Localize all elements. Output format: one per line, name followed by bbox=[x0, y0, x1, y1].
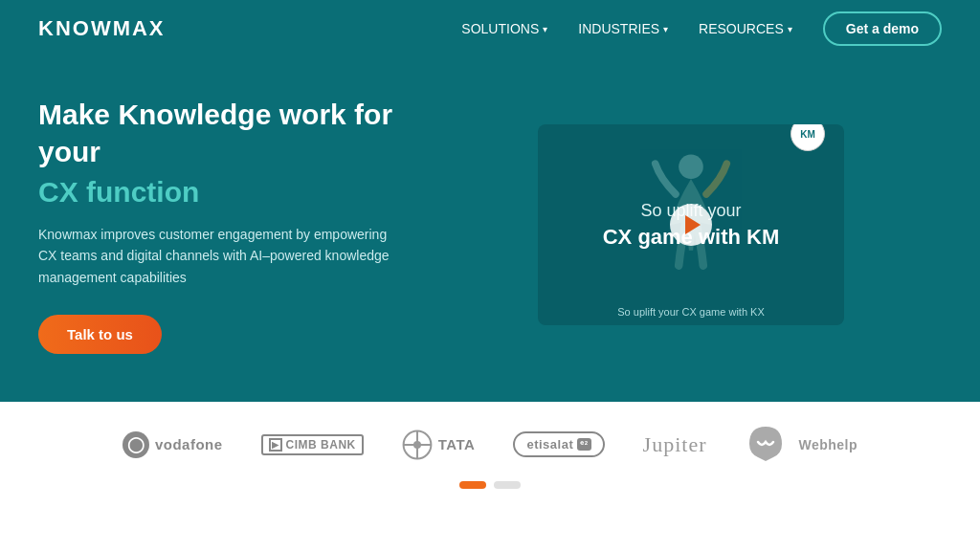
webhelp-label: Webhelp bbox=[798, 437, 858, 452]
video-panel[interactable]: KM So uplift your CX game with KM bbox=[538, 124, 844, 325]
hero-title: Make Knowledge work for your bbox=[38, 96, 440, 170]
nav-links: SOLUTIONS ▾ INDUSTRIES ▾ RESOURCES ▾ Get… bbox=[461, 11, 942, 46]
webhelp-icon bbox=[745, 425, 787, 461]
carousel-dot-1[interactable] bbox=[459, 481, 486, 489]
carousel-dot-2[interactable] bbox=[494, 481, 521, 489]
vodafone-icon: ◯ bbox=[122, 431, 149, 458]
nav-industries[interactable]: INDUSTRIES ▾ bbox=[578, 21, 668, 36]
hero-title-accent: CX function bbox=[38, 176, 440, 209]
e2-badge: ᵉ² bbox=[577, 438, 590, 451]
logo-vodafone: ◯ vodafone bbox=[122, 431, 223, 458]
logo: KNOWMAX bbox=[38, 16, 166, 41]
logos-strip: ◯ vodafone ▶ CIMB BANK TATA etisalat bbox=[0, 402, 980, 506]
logo-tata: TATA bbox=[402, 430, 476, 460]
chevron-down-icon: ▾ bbox=[788, 24, 792, 34]
etisalat-label: etisalat bbox=[526, 437, 573, 452]
hero-right: KM So uplift your CX game with KM bbox=[440, 124, 942, 325]
play-button[interactable] bbox=[670, 204, 712, 246]
logo-jupiter: Jupiter bbox=[643, 432, 707, 457]
chevron-down-icon: ▾ bbox=[543, 24, 547, 34]
cimb-box: ▶ CIMB BANK bbox=[261, 434, 364, 455]
jupiter-label: Jupiter bbox=[643, 432, 707, 457]
cimb-arrow-icon: ▶ bbox=[269, 438, 282, 452]
logo-cimb: ▶ CIMB BANK bbox=[261, 434, 364, 455]
tata-label: TATA bbox=[438, 436, 476, 452]
logo-webhelp: Webhelp bbox=[745, 425, 858, 464]
tata-icon bbox=[402, 430, 433, 460]
hero-left: Make Knowledge work for your CX function… bbox=[38, 96, 440, 354]
get-demo-button[interactable]: Get a demo bbox=[823, 11, 942, 46]
logo-etisalat: etisalat ᵉ² bbox=[513, 431, 604, 457]
svg-point-4 bbox=[413, 441, 421, 449]
carousel-dots bbox=[459, 481, 521, 489]
play-icon bbox=[685, 215, 701, 234]
cimb-label: CIMB BANK bbox=[286, 438, 356, 452]
etisalat-box: etisalat ᵉ² bbox=[513, 431, 604, 457]
nav-resources[interactable]: RESOURCES ▾ bbox=[699, 21, 792, 36]
talk-to-us-button[interactable]: Talk to us bbox=[38, 315, 162, 354]
navbar: KNOWMAX SOLUTIONS ▾ INDUSTRIES ▾ RESOURC… bbox=[0, 0, 980, 57]
video-caption: So uplift your CX game with KX bbox=[538, 306, 844, 318]
logos-row: ◯ vodafone ▶ CIMB BANK TATA etisalat bbox=[122, 425, 858, 464]
hero-description: Knowmax improves customer engagement by … bbox=[38, 224, 402, 288]
nav-solutions[interactable]: SOLUTIONS ▾ bbox=[461, 21, 547, 36]
svg-point-0 bbox=[679, 154, 703, 179]
chevron-down-icon: ▾ bbox=[663, 24, 668, 34]
vodafone-label: vodafone bbox=[155, 436, 223, 452]
hero-section: Make Knowledge work for your CX function… bbox=[0, 57, 980, 402]
